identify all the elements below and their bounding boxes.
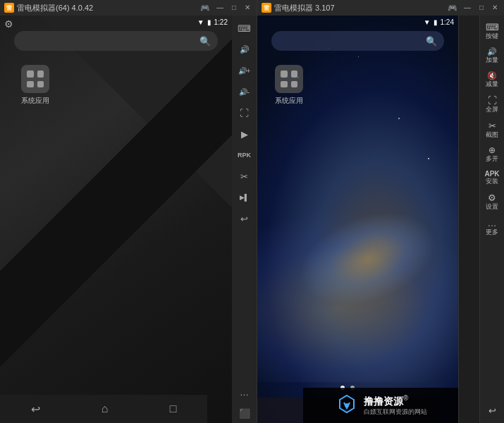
fr-more-btn[interactable]: … 更多 [480, 214, 505, 240]
left-volume-up-btn[interactable]: 🔊+ [235, 61, 254, 80]
left-time: 1:22 [214, 18, 228, 26]
right-app-icon[interactable]: 系统应用 [275, 65, 303, 106]
gamepad-icon: 🎮 [200, 4, 210, 13]
left-app-grid [21, 65, 49, 93]
star-3 [398, 118, 400, 119]
left-search-bar[interactable]: 🔍 [14, 31, 218, 51]
fr-multi-icon: ⊕ [488, 145, 496, 155]
fr-install-icon: APK [484, 170, 499, 178]
left-home-btn[interactable]: ⌂ [102, 403, 109, 415]
left-back-btn[interactable]: ↩ [31, 403, 40, 416]
left-battery-icon: ▮ [207, 18, 211, 26]
left-record-btn[interactable]: ▶▌ [235, 188, 254, 207]
left-title: 雷电模拟器(64) 4.0.42 [17, 3, 200, 13]
right-search-icon: 🔍 [426, 36, 437, 47]
left-rpk-btn[interactable]: RPK [235, 145, 254, 165]
right-wifi-icon: ▼ [424, 18, 431, 26]
star-2 [358, 56, 359, 57]
right-minimize-btn[interactable]: — [462, 4, 473, 13]
fr-install-btn[interactable]: APK 安装 [480, 166, 505, 189]
fr-fullscreen-label: 全屏 [486, 106, 498, 114]
left-volume-down-btn[interactable]: 🔊- [235, 82, 254, 102]
left-main: ▼ ▮ 1:22 🔍 ⚙ 系统应用 [0, 16, 257, 423]
left-emulator: 雷 雷电模拟器(64) 4.0.42 🎮 — □ ✕ ▼ ▮ 1:22 🔍 ⚙ [0, 0, 257, 423]
fr-back-btn[interactable]: ↩ [480, 402, 505, 420]
right-screen: ▼ ▮ 1:24 🔍 系统应用 [257, 16, 458, 423]
right-title: 雷电模拟器 3.107 [274, 3, 448, 13]
galaxy-arm [257, 137, 458, 382]
fr-keyboard-btn[interactable]: ⌨ 按键 [480, 18, 505, 44]
watermark-text: 撸撸资源® [364, 394, 427, 408]
left-keyboard-btn[interactable]: ⌨ [235, 18, 254, 38]
app-dot-4 [37, 81, 44, 88]
svg-point-1 [345, 403, 349, 407]
fr-vol-down-label: 减量 [486, 81, 498, 88]
right-win-controls: 🎮 — □ ✕ [448, 4, 500, 13]
right-status-bar: ▼ ▮ 1:24 [424, 16, 458, 28]
right-close-btn[interactable]: ✕ [490, 4, 500, 13]
left-minimize-btn[interactable]: — [214, 4, 226, 13]
fr-vol-down-icon: 🔇 [487, 71, 497, 80]
right-logo: 雷 [262, 3, 271, 13]
app-dot-2 [37, 70, 44, 78]
app-dot-1 [27, 70, 34, 78]
left-cut-btn[interactable]: ✂ [235, 166, 254, 186]
fr-more-label: 更多 [486, 229, 498, 236]
fr-fullscreen-btn[interactable]: ⛶ 全屏 [480, 92, 505, 117]
fr-multi-label: 多开 [486, 156, 498, 163]
left-collapse-btn[interactable]: ⬛ [235, 403, 254, 423]
app-dot-3 [27, 81, 34, 88]
fr-vol-up-label: 加量 [486, 57, 498, 64]
fr-more-icon: … [488, 218, 497, 228]
left-titlebar: 雷 雷电模拟器(64) 4.0.42 🎮 — □ ✕ [0, 0, 257, 16]
fr-vol-up-btn[interactable]: 🔊 加量 [480, 44, 505, 68]
right-search-bar[interactable]: 🔍 [271, 31, 444, 51]
left-search-icon: 🔍 [199, 36, 211, 47]
right-app-label: 系统应用 [275, 96, 303, 106]
right-maximize-btn[interactable]: □ [477, 4, 486, 13]
left-rotate-btn[interactable]: ↩ [235, 209, 254, 228]
fr-settings-label: 设置 [486, 204, 498, 211]
left-settings-icon[interactable]: ⚙ [4, 18, 13, 30]
left-app-icon[interactable]: 系统应用 [21, 65, 49, 106]
right-gamepad-icon: 🎮 [448, 4, 457, 13]
right-main: ▼ ▮ 1:24 🔍 系统应用 [257, 16, 504, 423]
left-fullscreen-btn[interactable]: ⛶ [235, 103, 254, 123]
fr-screenshot-btn[interactable]: ✂ 截图 [480, 117, 505, 142]
right-app-grid [275, 65, 303, 93]
right-battery-icon: ▮ [434, 18, 438, 26]
right-emulator: 雷 雷电模拟器 3.107 🎮 — □ ✕ ▼ ▮ 1:24 [257, 0, 504, 423]
left-logo: 雷 [4, 3, 14, 13]
fr-settings-icon: ⚙ [488, 192, 496, 203]
left-screen: ▼ ▮ 1:22 🔍 ⚙ 系统应用 [0, 16, 232, 423]
fr-fullscreen-icon: ⛶ [488, 95, 497, 106]
fr-multi-btn[interactable]: ⊕ 多开 [480, 142, 505, 166]
left-toolbar: ⌨ 🔊 🔊+ 🔊- ⛶ ▶ RPK ✂ ▶▌ ↩ … ⬛ [232, 16, 257, 423]
left-maximize-btn[interactable]: □ [230, 4, 238, 13]
left-volume-btn[interactable]: 🔊 [235, 39, 254, 59]
right-app-dot-4 [291, 81, 298, 88]
watermark-sub: 白嫖互联网资源的网站 [364, 407, 427, 417]
left-search-input[interactable] [21, 36, 199, 46]
right-app-dot-3 [281, 81, 288, 88]
left-recent-btn[interactable]: □ [170, 403, 177, 415]
watermark-logo [334, 393, 359, 418]
left-status-bar: ▼ ▮ 1:22 [197, 16, 232, 28]
left-play-btn[interactable]: ▶ [235, 124, 254, 144]
fr-vol-down-btn[interactable]: 🔇 减量 [480, 68, 505, 92]
left-more-btn[interactable]: … [235, 382, 254, 402]
right-time: 1:24 [441, 18, 454, 26]
left-close-btn[interactable]: ✕ [242, 4, 252, 13]
right-app-dot-2 [291, 70, 298, 78]
fr-install-label: 安装 [486, 178, 498, 185]
left-wifi-icon: ▼ [197, 18, 204, 26]
fr-keyboard-label: 按键 [486, 33, 498, 40]
fr-settings-btn[interactable]: ⚙ 设置 [480, 189, 505, 214]
fr-keyboard-icon: ⌨ [486, 22, 499, 32]
right-inner-toolbar [458, 16, 479, 423]
left-win-controls: 🎮 — □ ✕ [200, 4, 252, 13]
fr-screenshot-icon: ✂ [488, 121, 496, 131]
right-search-input[interactable] [278, 36, 426, 46]
far-right-sidebar: ⌨ 按键 🔊 加量 🔇 减量 ⛶ 全屏 ✂ 截图 ⊕ 多开 [479, 16, 504, 423]
right-app-dot-1 [281, 70, 288, 78]
